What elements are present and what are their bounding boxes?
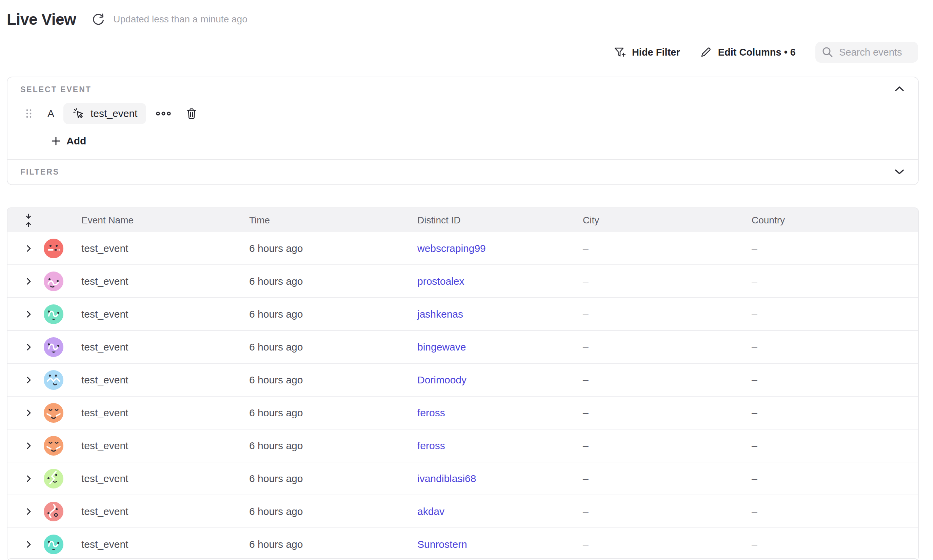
row-country: –: [751, 275, 757, 287]
row-country: –: [751, 407, 757, 418]
row-city: –: [583, 407, 588, 418]
filter-plus-icon: [614, 46, 626, 58]
row-event-name: test_event: [82, 440, 128, 452]
edit-columns-button[interactable]: Edit Columns • 6: [700, 46, 796, 58]
add-event-label: Add: [66, 135, 86, 147]
row-country: –: [751, 538, 757, 550]
updated-status: Updated less than a minute ago: [113, 14, 247, 25]
chevron-down-icon: [895, 168, 905, 175]
row-country: –: [751, 243, 757, 254]
drag-handle[interactable]: [25, 108, 32, 119]
pencil-icon: [700, 46, 712, 58]
row-country: –: [751, 342, 757, 353]
table-row[interactable]: test_event 6 hours ago bingewave – –: [8, 330, 918, 363]
search-icon: [821, 46, 834, 58]
row-expand-icon: [25, 310, 32, 318]
table-row[interactable]: test_event 6 hours ago feross – –: [8, 396, 918, 429]
row-country: –: [751, 506, 757, 517]
row-distinct-id-link[interactable]: webscraping99: [417, 243, 486, 254]
row-distinct-id-link[interactable]: ivandiblasi68: [417, 473, 476, 485]
row-city: –: [583, 308, 588, 320]
search-input[interactable]: [838, 46, 912, 58]
row-time: 6 hours ago: [249, 407, 303, 418]
collapse-rows-icon: [23, 212, 34, 228]
collapse-select-event-button[interactable]: [895, 85, 905, 93]
row-expand-button[interactable]: [25, 475, 32, 483]
row-distinct-id-link[interactable]: feross: [417, 407, 445, 418]
table-row[interactable]: test_event 6 hours ago jashkenas – –: [8, 297, 918, 330]
refresh-button[interactable]: [92, 12, 105, 26]
row-expand-button[interactable]: [25, 442, 32, 450]
table-row[interactable]: test_event 6 hours ago ivandiblasi68 – –: [8, 462, 918, 495]
column-header-city: City: [583, 215, 599, 226]
row-expand-button[interactable]: [25, 540, 32, 548]
row-distinct-id-link[interactable]: jashkenas: [417, 308, 463, 320]
row-city: –: [583, 275, 588, 287]
events-table: Event Name Time Distinct ID City Country…: [7, 208, 919, 560]
hide-filter-button[interactable]: Hide Filter: [614, 46, 680, 58]
page-header: Live View Updated less than a minute ago: [7, 9, 248, 29]
avatar: [44, 370, 63, 390]
add-event-button[interactable]: Add: [51, 135, 86, 147]
table-row[interactable]: test_event 6 hours ago feross – –: [8, 429, 918, 462]
table-row[interactable]: test_event 6 hours ago webscraping99 – –: [8, 232, 918, 265]
row-expand-button[interactable]: [25, 343, 32, 351]
avatar: [44, 535, 63, 554]
row-expand-button[interactable]: [25, 409, 32, 417]
column-header-distinct-id: Distinct ID: [417, 215, 461, 226]
avatar: [44, 403, 63, 423]
row-city: –: [583, 440, 588, 452]
event-options-button[interactable]: [156, 111, 171, 117]
row-time: 6 hours ago: [249, 308, 303, 320]
table-row[interactable]: test_event 6 hours ago Dorimoody – –: [8, 363, 918, 396]
row-country: –: [751, 374, 757, 386]
table-row[interactable]: test_event 6 hours ago Sunrostern – –: [8, 528, 918, 560]
row-event-name: test_event: [82, 506, 128, 517]
event-row: A test_event: [20, 103, 905, 124]
row-event-name: test_event: [82, 243, 128, 254]
row-time: 6 hours ago: [249, 473, 303, 485]
row-expand-icon: [25, 475, 32, 483]
row-distinct-id-link[interactable]: akdav: [417, 506, 445, 517]
query-builder-panel: SELECT EVENT A: [7, 77, 919, 185]
row-time: 6 hours ago: [249, 275, 303, 287]
row-event-name: test_event: [82, 275, 128, 287]
row-expand-button[interactable]: [25, 245, 32, 252]
table-row[interactable]: test_event 6 hours ago akdav – –: [8, 495, 918, 528]
row-time: 6 hours ago: [249, 243, 303, 254]
row-expand-button[interactable]: [25, 508, 32, 515]
row-event-name: test_event: [82, 308, 128, 320]
table-row[interactable]: test_event 6 hours ago prostoalex – –: [8, 265, 918, 297]
row-distinct-id-link[interactable]: prostoalex: [417, 275, 464, 287]
row-city: –: [583, 473, 588, 485]
row-distinct-id-link[interactable]: feross: [417, 440, 445, 452]
column-header-time: Time: [249, 215, 270, 226]
row-event-name: test_event: [82, 342, 128, 353]
row-expand-button[interactable]: [25, 376, 32, 384]
filters-section[interactable]: FILTERS: [8, 159, 918, 184]
row-expand-icon: [25, 277, 32, 285]
edit-columns-label: Edit Columns • 6: [718, 47, 796, 58]
column-header-country: Country: [751, 215, 785, 226]
row-city: –: [583, 374, 588, 386]
avatar: [44, 305, 63, 324]
row-city: –: [583, 342, 588, 353]
row-time: 6 hours ago: [249, 342, 303, 353]
avatar: [44, 502, 63, 522]
row-country: –: [751, 308, 757, 320]
row-expand-button[interactable]: [25, 277, 32, 285]
cursor-click-icon: [72, 107, 85, 120]
row-distinct-id-link[interactable]: Sunrostern: [417, 538, 467, 550]
delete-event-button[interactable]: [186, 108, 197, 120]
trash-icon: [186, 108, 197, 120]
page-title: Live View: [7, 9, 76, 29]
row-distinct-id-link[interactable]: bingewave: [417, 342, 466, 353]
search-box: [815, 42, 918, 63]
row-expand-icon: [25, 409, 32, 417]
row-distinct-id-link[interactable]: Dorimoody: [417, 374, 466, 386]
dots-menu-icon: [156, 111, 171, 117]
row-expand-button[interactable]: [25, 310, 32, 318]
filters-label: FILTERS: [20, 167, 59, 177]
event-select-chip[interactable]: test_event: [63, 103, 146, 124]
collapse-rows-button[interactable]: [23, 212, 34, 228]
